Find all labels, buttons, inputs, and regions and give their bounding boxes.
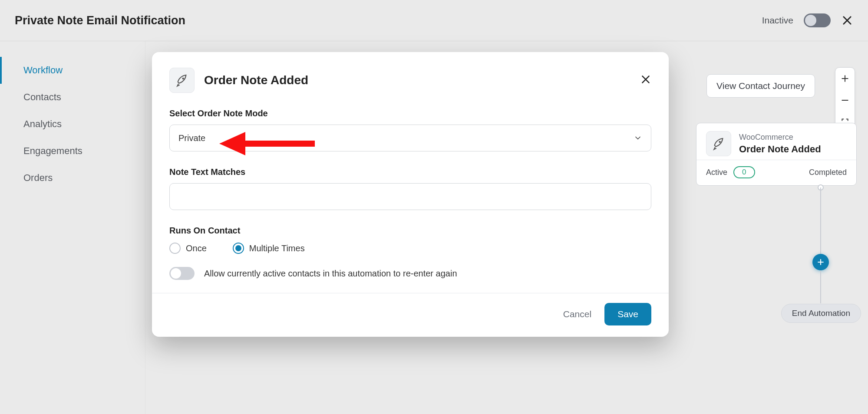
trigger-title: Order Note Added	[739, 144, 821, 155]
mode-field-label: Select Order Note Mode	[169, 108, 651, 118]
trigger-active-count: 0	[733, 166, 755, 178]
reenter-toggle-label: Allow currently active contacts in this …	[204, 269, 457, 279]
runs-once-radio[interactable]: Once	[169, 243, 207, 254]
svg-point-1	[182, 78, 184, 79]
plus-icon	[841, 74, 849, 83]
modal-footer: Cancel Save	[152, 293, 669, 337]
trigger-icon-box	[706, 131, 731, 156]
rocket-icon	[175, 73, 189, 87]
reenter-toggle-row: Allow currently active contacts in this …	[169, 267, 651, 280]
close-page-button[interactable]	[841, 14, 853, 26]
sidebar-item-engagements[interactable]: Engagements	[0, 138, 145, 164]
zoom-out-button[interactable]	[835, 89, 855, 111]
radio-indicator	[233, 243, 244, 254]
sidebar-item-analytics[interactable]: Analytics	[0, 111, 145, 138]
journey-connector-line-2	[820, 270, 821, 303]
order-note-mode-select[interactable]: Private	[169, 125, 651, 151]
trigger-card-header: WooCommerce Order Note Added	[696, 123, 856, 160]
page-title: Private Note Email Notification	[15, 14, 185, 27]
topbar: Private Note Email Notification Inactive	[0, 0, 868, 41]
save-button[interactable]: Save	[604, 303, 651, 325]
sidebar-item-contacts[interactable]: Contacts	[0, 84, 145, 111]
cancel-button[interactable]: Cancel	[563, 309, 591, 319]
activation-toggle[interactable]	[804, 13, 831, 27]
chevron-down-icon	[634, 134, 642, 142]
trigger-meta: Active 0 Completed	[696, 160, 856, 185]
radio-indicator	[169, 243, 181, 254]
end-automation-node[interactable]: End Automation	[781, 304, 861, 323]
svg-point-0	[719, 141, 721, 143]
trigger-card[interactable]: WooCommerce Order Note Added Active 0 Co…	[696, 123, 857, 186]
runs-on-contact-label: Runs On Contact	[169, 226, 651, 236]
close-icon	[841, 14, 853, 26]
modal-icon-box	[169, 68, 195, 93]
plus-icon	[816, 258, 825, 266]
text-match-field-label: Note Text Matches	[169, 167, 651, 177]
view-contact-journey-button[interactable]: View Contact Journey	[706, 74, 815, 98]
journey-connector-line	[820, 187, 821, 255]
rocket-icon	[712, 137, 726, 151]
runs-multiple-radio[interactable]: Multiple Times	[233, 243, 305, 254]
trigger-active-label: Active	[706, 168, 727, 177]
reenter-toggle[interactable]	[169, 267, 195, 280]
runs-once-label: Once	[186, 243, 207, 253]
modal-header: Order Note Added	[169, 68, 651, 93]
trigger-texts: WooCommerce Order Note Added	[739, 133, 821, 155]
trigger-source: WooCommerce	[739, 133, 821, 142]
order-note-mode-value: Private	[178, 133, 205, 143]
sidebar-item-orders[interactable]: Orders	[0, 164, 145, 191]
modal-title: Order Note Added	[204, 73, 308, 87]
runs-on-contact-radios: Once Multiple Times	[169, 243, 651, 254]
zoom-in-button[interactable]	[835, 68, 855, 89]
topbar-right: Inactive	[762, 13, 853, 27]
trigger-settings-modal: Order Note Added Select Order Note Mode …	[152, 52, 669, 337]
add-step-button[interactable]	[812, 254, 829, 270]
runs-multiple-label: Multiple Times	[249, 243, 305, 253]
sidebar-item-workflow[interactable]: Workflow	[0, 57, 145, 84]
status-label: Inactive	[762, 15, 793, 26]
trigger-completed-label: Completed	[809, 168, 847, 177]
close-icon	[640, 74, 651, 85]
modal-close-button[interactable]	[640, 74, 651, 87]
sidebar: Workflow Contacts Analytics Engagements …	[0, 41, 145, 414]
note-text-matches-input[interactable]	[169, 183, 651, 210]
minus-icon	[841, 96, 849, 105]
